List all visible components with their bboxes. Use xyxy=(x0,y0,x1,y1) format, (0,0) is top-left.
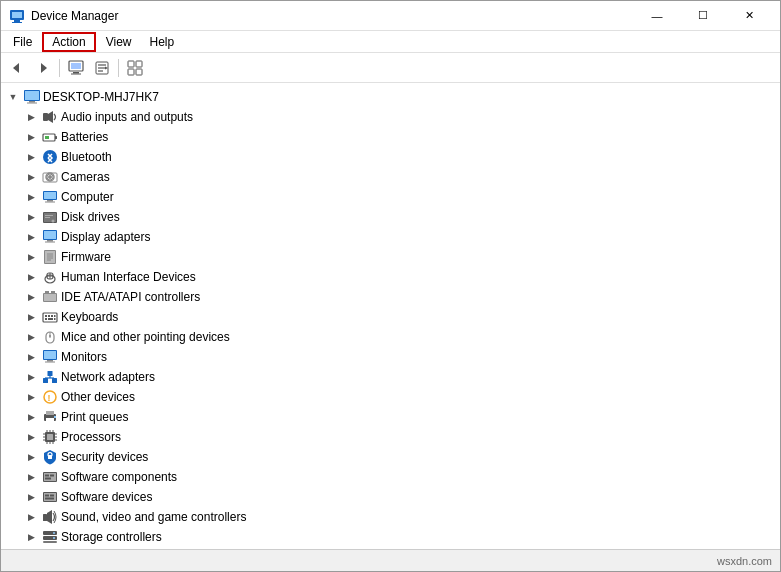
list-item[interactable]: ▶ Storage controllers xyxy=(1,527,780,547)
list-item[interactable]: ▶ Firmware xyxy=(1,247,780,267)
svg-rect-37 xyxy=(47,200,53,202)
list-item[interactable]: ▶ Sound, video and game controllers xyxy=(1,507,780,527)
software-devices-icon xyxy=(42,489,58,505)
item-expander-16[interactable]: ▶ xyxy=(23,429,39,445)
item-expander-10[interactable]: ▶ xyxy=(23,309,39,325)
item-expander-18[interactable]: ▶ xyxy=(23,469,39,485)
status-text: wsxdn.com xyxy=(717,555,772,567)
batteries-icon xyxy=(42,129,58,145)
svg-rect-115 xyxy=(43,514,47,521)
cameras-icon xyxy=(42,169,58,185)
list-item[interactable]: ▶ Batteries xyxy=(1,127,780,147)
svg-rect-20 xyxy=(25,91,39,100)
properties-button[interactable] xyxy=(64,56,88,80)
menu-help[interactable]: Help xyxy=(142,32,183,52)
list-item[interactable]: ▶ Bluetooth xyxy=(1,147,780,167)
item-expander-6[interactable]: ▶ xyxy=(23,229,39,245)
list-item[interactable]: ▶ ! Other devices xyxy=(1,387,780,407)
show-button[interactable] xyxy=(123,56,147,80)
svg-rect-47 xyxy=(45,242,55,243)
list-item[interactable]: ▶ Cameras xyxy=(1,167,780,187)
status-bar: wsxdn.com xyxy=(1,549,780,571)
list-item[interactable]: ▶ Proces xyxy=(1,427,780,447)
item-expander-8[interactable]: ▶ xyxy=(23,269,39,285)
item-label-14: Other devices xyxy=(61,390,135,404)
svg-rect-62 xyxy=(43,313,57,322)
update-button[interactable] xyxy=(90,56,114,80)
svg-rect-112 xyxy=(45,495,49,497)
item-expander-5[interactable]: ▶ xyxy=(23,209,39,225)
close-button[interactable]: ✕ xyxy=(726,1,772,31)
monitors-icon xyxy=(42,349,58,365)
svg-rect-3 xyxy=(12,22,22,23)
root-expander[interactable]: ▼ xyxy=(5,89,21,105)
svg-marker-116 xyxy=(47,510,52,524)
svg-rect-79 xyxy=(48,371,53,376)
menu-action[interactable]: Action xyxy=(42,32,95,52)
item-label-18: Software components xyxy=(61,470,177,484)
print-icon xyxy=(42,409,58,425)
back-button[interactable] xyxy=(5,56,29,80)
item-expander-21[interactable]: ▶ xyxy=(23,529,39,545)
item-expander-7[interactable]: ▶ xyxy=(23,249,39,265)
item-label-8: Human Interface Devices xyxy=(61,270,196,284)
svg-rect-42 xyxy=(45,215,53,216)
svg-rect-59 xyxy=(44,294,56,301)
svg-rect-7 xyxy=(71,63,81,69)
maximize-button[interactable]: ☐ xyxy=(680,1,726,31)
root-icon xyxy=(24,89,40,105)
item-expander-3[interactable]: ▶ xyxy=(23,169,39,185)
svg-rect-61 xyxy=(51,291,55,294)
item-expander-2[interactable]: ▶ xyxy=(23,149,39,165)
svg-point-120 xyxy=(53,532,55,534)
svg-rect-15 xyxy=(128,61,134,67)
menu-view[interactable]: View xyxy=(98,32,140,52)
item-expander-1[interactable]: ▶ xyxy=(23,129,39,145)
list-item[interactable]: ▶ Monitors xyxy=(1,347,780,367)
svg-rect-18 xyxy=(136,69,142,75)
item-label-11: Mice and other pointing devices xyxy=(61,330,230,344)
tree-root[interactable]: ▼ DESKTOP-MHJ7HK7 xyxy=(1,87,780,107)
list-item[interactable]: ▶ Computer xyxy=(1,187,780,207)
svg-rect-67 xyxy=(45,318,47,320)
list-item[interactable]: ▶ Keyboards xyxy=(1,307,780,327)
list-item[interactable]: ▶ Mice and other pointing devices xyxy=(1,327,780,347)
minimize-button[interactable]: — xyxy=(634,1,680,31)
item-expander-19[interactable]: ▶ xyxy=(23,489,39,505)
item-label-13: Network adapters xyxy=(61,370,155,384)
item-expander-11[interactable]: ▶ xyxy=(23,329,39,345)
item-label-5: Disk drives xyxy=(61,210,120,224)
item-expander-15[interactable]: ▶ xyxy=(23,409,39,425)
forward-button[interactable] xyxy=(31,56,55,80)
audio-icon xyxy=(42,109,58,125)
item-label-20: Sound, video and game controllers xyxy=(61,510,246,524)
processor-icon xyxy=(42,429,58,445)
window-title: Device Manager xyxy=(31,9,118,23)
item-expander-20[interactable]: ▶ xyxy=(23,509,39,525)
list-item[interactable]: ▶ Software components xyxy=(1,467,780,487)
item-expander-0[interactable]: ▶ xyxy=(23,109,39,125)
item-label-10: Keyboards xyxy=(61,310,118,324)
svg-rect-87 xyxy=(46,418,54,422)
item-expander-13[interactable]: ▶ xyxy=(23,369,39,385)
item-expander-17[interactable]: ▶ xyxy=(23,449,39,465)
hid-icon xyxy=(42,269,58,285)
list-item[interactable]: ▶ IDE ATA/ATAPI controllers xyxy=(1,287,780,307)
svg-rect-21 xyxy=(29,101,35,103)
list-item[interactable]: ▶ Print queues xyxy=(1,407,780,427)
item-expander-12[interactable]: ▶ xyxy=(23,349,39,365)
list-item[interactable]: ▶ Audio inputs and outputs xyxy=(1,107,780,127)
menu-file[interactable]: File xyxy=(5,32,40,52)
item-expander-9[interactable]: ▶ xyxy=(23,289,39,305)
svg-rect-77 xyxy=(43,378,48,383)
root-label: DESKTOP-MHJ7HK7 xyxy=(43,90,159,104)
list-item[interactable]: ▶ Network adapters xyxy=(1,367,780,387)
item-expander-4[interactable]: ▶ xyxy=(23,189,39,205)
list-item[interactable]: ▶ Disk drives xyxy=(1,207,780,227)
list-item[interactable]: ▶ Human Interface Devices xyxy=(1,267,780,287)
svg-rect-78 xyxy=(52,378,57,383)
list-item[interactable]: ▶ Display adapters xyxy=(1,227,780,247)
list-item[interactable]: ▶ Security devices xyxy=(1,447,780,467)
list-item[interactable]: ▶ Software devices xyxy=(1,487,780,507)
item-expander-14[interactable]: ▶ xyxy=(23,389,39,405)
